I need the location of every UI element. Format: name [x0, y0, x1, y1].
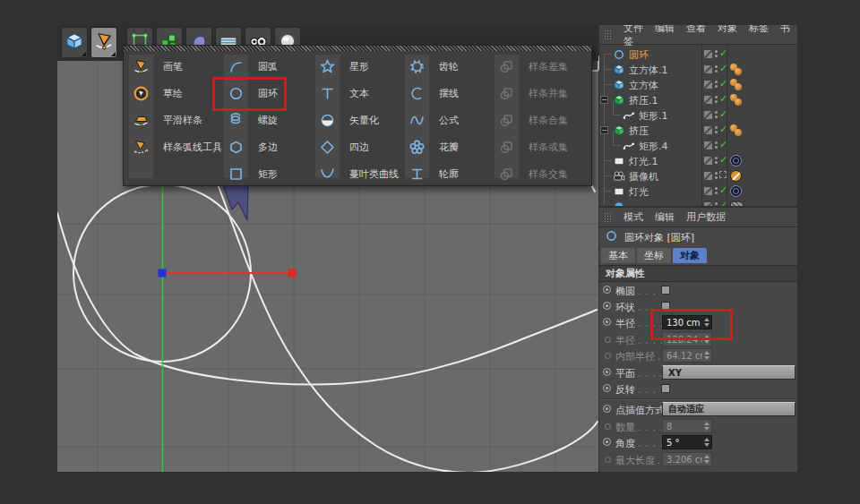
object-row-extrude-1[interactable]: −挤压.1✓: [599, 92, 797, 107]
object-name[interactable]: 摄像机: [629, 170, 658, 184]
pen-tool-button[interactable]: [90, 27, 117, 58]
om-view-menu[interactable]: 查看: [686, 25, 706, 34]
menu-item-spline-arc-tool[interactable]: 样条弧线工具: [126, 133, 222, 160]
object-row-extrude[interactable]: −挤压✓: [599, 123, 797, 138]
enabled-check-icon[interactable]: ✓: [719, 124, 727, 135]
menu-item-ngon[interactable]: 多边: [221, 133, 278, 160]
layer-color-box[interactable]: [704, 172, 712, 180]
visibility-dots-icon[interactable]: [715, 202, 718, 206]
object-name[interactable]: 灯光.1: [629, 155, 658, 168]
material-tag-icon[interactable]: [730, 64, 743, 76]
menu-item-flower[interactable]: 花瓣: [402, 133, 459, 160]
panel-grip-icon[interactable]: [604, 30, 612, 40]
menu-item-draw-pen[interactable]: 画笔: [126, 53, 222, 80]
menu-item-sketch[interactable]: 草绘: [126, 80, 222, 107]
enabled-check-icon[interactable]: ✓: [719, 47, 727, 59]
object-name[interactable]: 矩形.1: [639, 109, 668, 123]
key-toggle-icon[interactable]: [605, 423, 611, 430]
texture-thumb-icon[interactable]: [730, 201, 744, 207]
object-name[interactable]: 圆环: [629, 48, 649, 62]
plane-dropdown[interactable]: XY: [662, 365, 796, 380]
enabled-check-icon[interactable]: ✓: [719, 200, 727, 206]
om-file-menu[interactable]: 文件: [624, 25, 643, 34]
key-toggle-icon[interactable]: [605, 457, 611, 463]
disabled-state-icon[interactable]: [719, 171, 727, 178]
visibility-dots-icon[interactable]: [715, 81, 718, 90]
enabled-check-icon[interactable]: ✓: [719, 184, 727, 196]
tab-basic[interactable]: 基本: [601, 248, 635, 263]
om-edit-menu[interactable]: 编辑: [655, 25, 675, 34]
layer-color-box[interactable]: [704, 111, 712, 119]
layer-color-box[interactable]: [704, 81, 712, 89]
object-row-rect-4[interactable]: 矩形.4✓: [599, 138, 797, 153]
object-row-ring[interactable]: 圆环✓: [599, 47, 797, 62]
object-row-light[interactable]: 灯光✓: [599, 184, 797, 199]
visibility-dots-icon[interactable]: [715, 141, 718, 150]
material-tag-icon[interactable]: [730, 94, 743, 107]
menu-item-rectangle[interactable]: 矩形: [221, 160, 278, 187]
stepper-arrows-icon[interactable]: [702, 438, 711, 447]
layer-color-box[interactable]: [704, 202, 712, 206]
tab-object[interactable]: 对象: [673, 248, 707, 263]
max-length-field[interactable]: 3.206 cm: [662, 452, 712, 466]
visibility-dots-icon[interactable]: [715, 50, 718, 59]
expander-icon[interactable]: −: [600, 96, 608, 104]
material-tag-icon[interactable]: [730, 79, 743, 91]
enabled-check-icon[interactable]: ✓: [719, 63, 727, 74]
key-toggle-icon[interactable]: [603, 405, 611, 413]
menu-item-cycloid[interactable]: 摆线: [402, 80, 459, 107]
object-name[interactable]: 挤压: [629, 124, 649, 138]
expander-icon[interactable]: −: [600, 126, 608, 134]
angle-field[interactable]: 5 °: [662, 435, 712, 449]
camera-tag-icon[interactable]: [730, 170, 742, 182]
layer-color-box[interactable]: [704, 187, 712, 195]
menu-item-arc[interactable]: 圆弧: [221, 53, 278, 80]
object-row-light-1[interactable]: 灯光.1✓: [599, 153, 797, 168]
visibility-dots-icon[interactable]: [715, 126, 718, 135]
object-row-rect-1[interactable]: 矩形.1✓: [599, 107, 797, 123]
om-tags-menu[interactable]: 标签: [749, 25, 769, 34]
key-toggle-icon[interactable]: [605, 353, 611, 359]
key-toggle-icon[interactable]: [603, 318, 611, 326]
enabled-check-icon[interactable]: ✓: [719, 139, 727, 150]
inner-radius-field[interactable]: 64.12 cm: [662, 348, 712, 363]
material-tag-icon[interactable]: [730, 124, 743, 137]
radius-field[interactable]: 130 cm: [662, 315, 712, 329]
object-name[interactable]: 灯光: [629, 185, 649, 199]
am-mode-menu[interactable]: 模式: [624, 211, 643, 223]
object-row-cube[interactable]: 立方体✓: [599, 77, 797, 92]
key-toggle-icon[interactable]: [605, 337, 611, 343]
object-row-camera[interactable]: 摄像机: [599, 168, 797, 184]
checkbox[interactable]: [661, 286, 670, 295]
layer-color-box[interactable]: [704, 50, 712, 58]
intermediate-points-dropdown[interactable]: 自动适应: [662, 402, 796, 416]
om-objects-menu[interactable]: 对象: [718, 25, 737, 34]
light-tag-icon[interactable]: [730, 155, 742, 167]
object-name[interactable]: 矩形.4: [639, 140, 668, 153]
key-toggle-icon[interactable]: [603, 302, 611, 310]
key-toggle-icon[interactable]: [603, 438, 611, 446]
checkbox[interactable]: [661, 384, 670, 393]
object-row-cube-1[interactable]: 立方体.1✓: [599, 62, 797, 77]
menu-item-vectorizer[interactable]: 矢量化: [313, 107, 399, 133]
visibility-dots-icon[interactable]: [715, 96, 718, 105]
enabled-check-icon[interactable]: ✓: [719, 154, 727, 166]
visibility-dots-icon[interactable]: [715, 157, 718, 166]
visibility-dots-icon[interactable]: [715, 111, 718, 120]
tab-coord[interactable]: 坐标: [637, 248, 671, 263]
object-row-sky[interactable]: ✓: [599, 199, 797, 206]
layer-color-box[interactable]: [704, 157, 712, 165]
key-toggle-icon[interactable]: [603, 286, 611, 294]
layer-color-box[interactable]: [704, 141, 712, 149]
stepper-arrows-icon[interactable]: [702, 318, 711, 327]
stepper-arrows-icon[interactable]: [702, 455, 711, 464]
stepper-arrows-icon[interactable]: [702, 351, 711, 360]
visibility-dots-icon[interactable]: [715, 187, 718, 196]
object-name[interactable]: 挤压.1: [629, 94, 658, 107]
panel-grip-icon[interactable]: [604, 212, 612, 223]
enabled-check-icon[interactable]: ✓: [719, 108, 727, 120]
menu-item-star[interactable]: 星形: [313, 53, 399, 80]
enabled-check-icon[interactable]: ✓: [719, 78, 727, 90]
menu-item-smooth-spline[interactable]: 平滑样条: [126, 107, 222, 133]
menu-item-circle[interactable]: 圆环: [221, 80, 278, 107]
